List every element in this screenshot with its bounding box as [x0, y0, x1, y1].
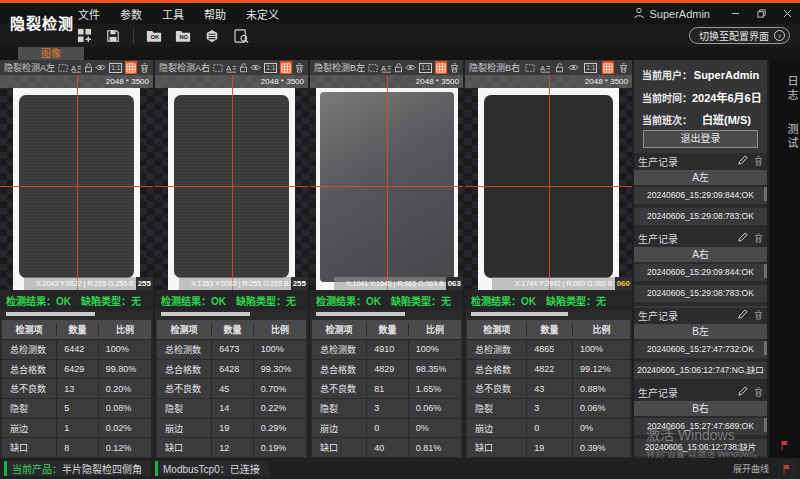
tab-log[interactable]: 日志 — [769, 72, 800, 106]
trash-icon[interactable] — [754, 156, 763, 168]
result-bar: 检测结果：OK 缺陷类型：无 — [465, 290, 632, 310]
roi-icon[interactable] — [525, 61, 535, 74]
current-time-row: 当前时间：2024年6月6日 — [642, 89, 761, 105]
current-user-chip[interactable]: SuperAdmin — [633, 7, 710, 21]
table-row: 总合格数482299.12% — [467, 360, 630, 380]
tab-image[interactable]: 图像 — [18, 47, 84, 60]
record-row[interactable]: 20240606_15:27:47:732:OK — [634, 341, 767, 358]
trash-icon[interactable] — [754, 310, 763, 322]
stack-icon[interactable] — [203, 27, 221, 45]
find-image-icon[interactable] — [232, 27, 250, 45]
delete-icon[interactable] — [140, 61, 149, 74]
edit-icon[interactable] — [737, 309, 748, 322]
edit-icon[interactable] — [737, 155, 748, 168]
image-viewport[interactable]: 2048 * 3500 X:2043 Y:0522 | R:255 G:255 … — [0, 75, 153, 290]
unlock-icon[interactable] — [84, 61, 93, 74]
menu-params[interactable]: 参数 — [110, 6, 152, 22]
grid-icon[interactable] — [280, 61, 292, 74]
flag-icon[interactable] — [777, 460, 797, 478]
roi-icon[interactable] — [58, 61, 68, 74]
record-row[interactable]: 20240606_15:29:08:783:OK — [634, 285, 767, 302]
menu-help[interactable]: 帮助 — [194, 6, 236, 22]
delete-icon[interactable] — [619, 61, 628, 74]
unlock-icon[interactable] — [394, 61, 403, 74]
tab-test[interactable]: 测试 — [769, 120, 800, 154]
one-to-one-icon[interactable]: 1:1 — [584, 63, 597, 73]
record-row[interactable]: 20240606_15:29:09:844:OK — [634, 264, 767, 281]
logout-button[interactable]: 退出登录 — [643, 130, 757, 148]
grid-icon[interactable] — [125, 61, 137, 74]
trash-icon[interactable] — [754, 233, 763, 245]
h-scrollbar[interactable] — [316, 312, 405, 316]
menu-bar: 文件 参数 工具 帮助 未定义 — [68, 3, 289, 24]
flag-icon[interactable] — [769, 440, 800, 450]
delete-icon[interactable] — [450, 61, 459, 74]
table-row: 总不良数430.88% — [467, 379, 630, 399]
v-scrollbar[interactable] — [764, 187, 767, 201]
record-row[interactable]: 20240606_15:27:47:689:OK — [634, 418, 767, 435]
unlock-icon[interactable] — [555, 61, 564, 74]
edit-icon[interactable] — [737, 232, 748, 245]
blue-value-chip: 255 — [136, 277, 153, 290]
result-label: 检测结果：OK — [471, 293, 536, 308]
menu-file[interactable]: 文件 — [68, 6, 110, 22]
crosshair-horizontal — [465, 186, 632, 187]
maximize-button[interactable] — [748, 3, 774, 24]
table-row: 崩边00% — [312, 419, 461, 439]
h-scrollbar[interactable] — [471, 312, 568, 316]
app-title: 隐裂检测 — [10, 12, 74, 33]
save-icon[interactable] — [104, 27, 122, 45]
eye-icon[interactable] — [568, 61, 579, 74]
delete-icon[interactable] — [295, 61, 304, 74]
table-row: 隐裂30.06% — [467, 399, 630, 419]
menu-undefined[interactable]: 未定义 — [236, 6, 289, 22]
v-scrollbar[interactable] — [764, 341, 767, 355]
eye-icon[interactable] — [95, 61, 106, 74]
caption-icon[interactable]: A — [540, 61, 550, 74]
v-scrollbar[interactable] — [764, 418, 767, 432]
trash-icon[interactable] — [754, 387, 763, 399]
expand-curve-label[interactable]: 展开曲线 — [733, 462, 769, 475]
table-header: 检测项数量比例 — [157, 320, 306, 340]
panel-b-left: 隐裂检测B左 A 1:1 2048 * 3500 X:1041 Y:1045 |… — [310, 60, 463, 458]
h-scrollbar[interactable] — [6, 312, 95, 316]
roi-icon[interactable] — [368, 61, 378, 74]
image-viewport[interactable]: 2048 * 3500 X:1744 Y:2942 | R:060 G:060 … — [465, 75, 632, 290]
one-to-one-icon[interactable]: 1:1 — [419, 63, 432, 73]
record-row[interactable]: 20240606_15:29:08:78 — [634, 306, 767, 308]
layout-icon[interactable] — [75, 27, 93, 45]
record-row[interactable]: 20240606_15:29:08:783:OK — [634, 208, 767, 225]
folder-ng-icon[interactable]: NG — [174, 27, 192, 45]
stats-table: 检测项数量比例 总检测数4865100% 总合格数482299.12% 总不良数… — [467, 320, 630, 458]
caption-icon[interactable]: A — [226, 61, 236, 74]
edit-icon[interactable] — [737, 386, 748, 399]
record-row[interactable]: 20240606_15:06:12:747:NG,缺口 — [634, 362, 767, 379]
result-label: 检测结果：OK — [316, 293, 381, 308]
defect-label: 缺陷类型：无 — [81, 293, 141, 308]
switch-to-config-button[interactable]: 切换至配置界面 › — [689, 27, 790, 44]
one-to-one-icon[interactable]: 1:1 — [264, 63, 277, 73]
grid-icon[interactable] — [435, 61, 447, 74]
unlock-icon[interactable] — [239, 61, 248, 74]
caption-icon[interactable]: A — [381, 61, 391, 74]
record-row[interactable]: 20240606_15:06:12:738:缺片 — [634, 439, 767, 456]
image-viewport[interactable]: 2048 * 3500 X:1353 Y:0083 | R:255 G:255 … — [155, 75, 308, 290]
h-scrollbar[interactable] — [161, 312, 250, 316]
title-bar: 隐裂检测 文件 参数 工具 帮助 未定义 SuperAdmin — [0, 3, 800, 24]
close-button[interactable] — [774, 3, 800, 24]
record-row[interactable]: 20240606_15:29:09:844:OK — [634, 187, 767, 204]
eye-icon[interactable] — [250, 61, 261, 74]
caption-icon[interactable]: A — [71, 61, 81, 74]
menu-tools[interactable]: 工具 — [152, 6, 194, 22]
grid-icon[interactable] — [602, 61, 614, 74]
folder-ok-icon[interactable]: OK — [145, 27, 163, 45]
image-viewport[interactable]: 2048 * 3500 X:1041 Y:1045 | R:063 G:063 … — [310, 75, 463, 290]
v-scrollbar[interactable] — [764, 264, 767, 278]
minimize-button[interactable] — [722, 3, 748, 24]
record-group-title: 生产记录 — [638, 232, 678, 246]
current-shift-row: 当前班次：白班(M/S) — [642, 111, 761, 127]
one-to-one-icon[interactable]: 1:1 — [109, 63, 122, 73]
table-row: 总不良数811.65% — [312, 379, 461, 399]
roi-icon[interactable] — [213, 61, 223, 74]
eye-icon[interactable] — [405, 61, 416, 74]
